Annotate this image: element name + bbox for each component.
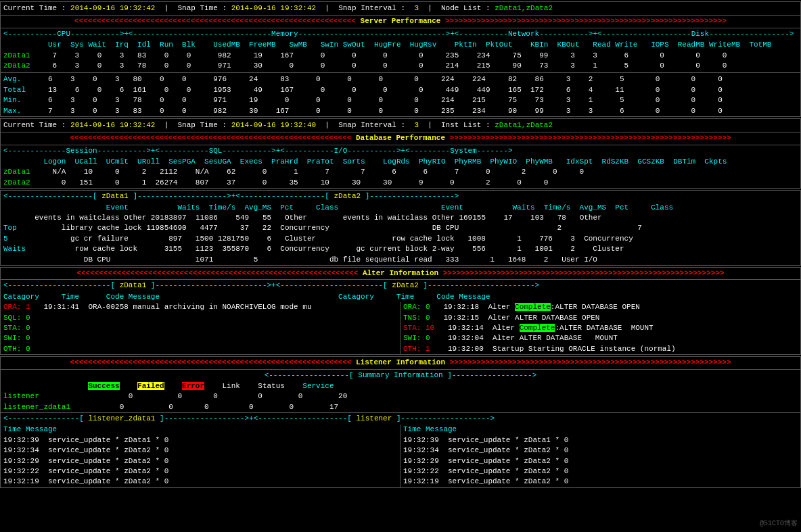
l-l-msg-1: 19:32:39 service_update * zData1 * 0 [403,435,798,445]
inst-list-value: zData1,zData2 [495,121,553,129]
error-label: Error [182,382,204,390]
summary-col-headers: Success Failed Error Link Status Service [1,381,800,391]
db-col-headers: Logon UCall UCmit URoll SesPGA SesUGA Ex… [1,157,800,167]
alter-row-2: SQL: 0 [3,313,397,323]
alter-r3: STA: 10 19:32:14 Alter Complete:ALTER DA… [403,323,798,333]
listener-section: <<<<<<<<<<<<<<<<<<<<<<<<<<<<<<<<<<<<<<<<… [0,356,801,488]
snap-time-label-1: Snap Time : [177,4,227,12]
top-wait-row-1: Top library cache lock 119854690 4477 37… [1,223,800,233]
cpu-header: CPU [57,30,70,38]
alter-section: <<<<<<<<<<<<<<<<<<<<<<<<<<<<<<<<<<<<<<<<… [0,267,801,355]
db-zdata1-row: zData1 N/A 10 0 2 2112 N/A 62 0 1 7 7 6 … [1,167,800,177]
current-time-value-2: 2014-09-16 19:32:42 [70,121,155,129]
alter-zdata2: ORA: 0 19:32:18 Alter Complete:ALTER DAT… [400,302,800,354]
top-wait-row-4: DB CPU 1071 5 db file sequential read 33… [1,255,800,265]
current-time-value-1: 2014-09-16 19:32:42 [70,4,155,12]
snap-time-label-2: Snap Time : [177,121,227,129]
wait-header: <-------------------[ zData1 ]----------… [1,191,800,202]
snap-interval-value-2: 3 [414,121,419,129]
top-wait-row-3: Waits row cache lock 3155 1123 355870 6 … [1,244,800,254]
total-row: Total 13 6 0 6 161 0 0 1953 49 167 0 0 0… [1,85,800,95]
summary-header: <------------------[ Summary Information… [1,370,800,381]
min-row: Min. 6 3 0 3 78 0 0 971 19 0 0 0 0 0 214… [1,95,800,105]
current-time-label-1: Current Time : [3,4,66,12]
listener-time-msg-header: Time Message [403,425,798,435]
snap-time-value-1: 2014-09-16 19:32:42 [231,4,316,12]
header-bar-1: Current Time : 2014-09-16 19:32:42 | Sna… [1,2,800,16]
wait-events-section: <-------------------[ zData1 ]----------… [0,190,801,266]
l-zd1-msg-3: 19:32:29 service_update * zData2 * 0 [3,456,397,466]
zdata2-wait-header: zData2 [334,192,361,200]
alter-r4: SWI: 0 19:32:04 Alter ALTER DATABASE MOU… [403,333,798,343]
snap-time-value-2: 2014-09-16 19:32:40 [231,121,316,129]
listener-listener-msgs: Time Message 19:32:39 service_update * z… [400,425,800,487]
alter-data: ORA: 1 19:31:41 ORA-00258 manual archivi… [1,302,800,354]
max-row: Max. 7 3 0 3 83 0 0 982 30 167 0 0 0 0 2… [1,106,800,116]
alter-zdata1: ORA: 1 19:31:41 ORA-00258 manual archivi… [1,302,400,354]
zdata1-wait-header: zData1 [101,192,129,200]
alter-r5: OTH: 1 19:32:00 Startup Starting ORACLE … [403,344,798,354]
listener-row-2: listener_zdata1 0 0 0 0 0 17 [1,402,800,412]
alter-col-headers: Catagory Time Code Message Catagory Time… [1,292,800,302]
listener-row-1: listener 0 0 0 0 0 20 [1,391,800,402]
alter-r1: ORA: 0 19:32:18 Alter Complete:ALTER DAT… [403,302,798,312]
wait-col-headers: Event Waits Time/s Avg_MS Pct Class Even… [1,203,800,213]
db-perf-title-bar: <<<<<<<<<<<<<<<<<<<<<<<<<<<<<<<<<<<<<<<<… [1,132,800,145]
inst-list-label: Inst List : [441,121,490,129]
server-divider [1,72,800,73]
l-l-msg-3: 19:32:29 service_update * zData2 * 0 [403,456,798,466]
network-header: Network [508,30,539,38]
listener-detail-header: <----------------[ listener_zdata1 ]----… [1,412,800,425]
server-zdata2-row: zData2 6 3 0 3 78 0 0 971 30 0 0 0 0 0 2… [1,61,800,71]
l-l-msg-2: 19:32:34 service_update * zData2 * 0 [403,445,798,456]
alter-sub-header: <-----------------------[ zData1 ]------… [1,280,800,291]
l-zd1-msg-5: 19:32:19 service_update * zData2 * 0 [3,477,397,487]
failed-label: Failed [137,382,164,390]
snap-interval-label-1: Snap Interval : [338,4,405,12]
header-section-1: Current Time : 2014-09-16 19:32:42 | Sna… [0,1,801,117]
zdata1-time-msg-header: Time Message [3,425,397,435]
listener-detail: Time Message 19:32:39 service_update * z… [1,425,800,487]
db-perf-section: Current Time : 2014-09-16 19:32:42 | Sna… [0,118,801,189]
alter-row-3: STA: 0 [3,323,397,333]
node-list-value-1: zData1,zData2 [495,4,553,12]
l-zd1-msg-4: 19:32:22 service_update * zData2 * 0 [3,466,397,477]
alter-row-1: ORA: 1 19:31:41 ORA-00258 manual archivi… [3,302,397,312]
listener-title-bar: <<<<<<<<<<<<<<<<<<<<<<<<<<<<<<<<<<<<<<<<… [1,357,800,369]
db-sub-header: <-------------Session----------->+<-----… [1,145,800,157]
header-bar-2: Current Time : 2014-09-16 19:32:42 | Sna… [1,119,800,132]
l-l-msg-5: 19:32:19 service_update * zData2 * 0 [403,477,798,487]
avg-row: Avg. 6 3 0 3 80 0 0 976 24 83 0 0 0 0 22… [1,74,800,84]
alter-title-bar: <<<<<<<<<<<<<<<<<<<<<<<<<<<<<<<<<<<<<<<<… [1,268,800,280]
server-zdata1-row: zData1 7 3 0 3 83 0 0 982 19 167 0 0 0 0… [1,51,800,61]
server-perf-title: Server Performance [361,17,441,25]
listener-zdata1-msgs: Time Message 19:32:39 service_update * z… [1,425,400,487]
server-perf-sub-header: <-----------CPU----------->+<-----------… [1,28,800,40]
alter-row-5: OTH: 0 [3,344,397,354]
success-label: Success [88,382,119,390]
snap-interval-value-1: 3 [414,4,419,12]
server-perf-title-bar: <<<<<<<<<<<<<<<<<<<<<<<<<<<<<<<<<<<<<<<<… [1,16,800,28]
alter-row-4: SWI: 0 [3,333,397,343]
alter-r2: TNS: 0 19:32:15 Alter ALTER DATABASE OPE… [403,313,798,323]
current-time-label-2: Current Time : [3,121,66,129]
snap-interval-label-2: Snap Interval : [338,121,405,129]
listener-title: Listener Information [356,358,445,366]
db-zdata2-row: zData2 0 151 0 1 26274 807 37 0 35 10 30… [1,178,800,188]
memory-header: Memory [271,30,298,38]
alter-title: Alter Information [363,269,438,277]
db-perf-title: Database Performance [356,134,445,142]
l-zd1-msg-1: 19:32:39 service_update * zData1 * 0 [3,435,397,445]
node-list-label-1: Node List : [441,4,490,12]
disk-header: Disk [691,30,709,38]
server-perf-col-headers: Usr Sys Wait Irq Idl Run Blk UsedMB Free… [1,40,800,50]
wait-events-row: events in waitclass Other 20183897 11086… [1,213,800,223]
l-zd1-msg-2: 19:32:34 service_update * zData2 * 0 [3,445,397,456]
l-l-msg-4: 19:32:22 service_update * zData2 * 0 [403,466,798,477]
top-wait-row-2: 5 gc cr failure 897 1500 1281750 6 Clust… [1,234,800,244]
